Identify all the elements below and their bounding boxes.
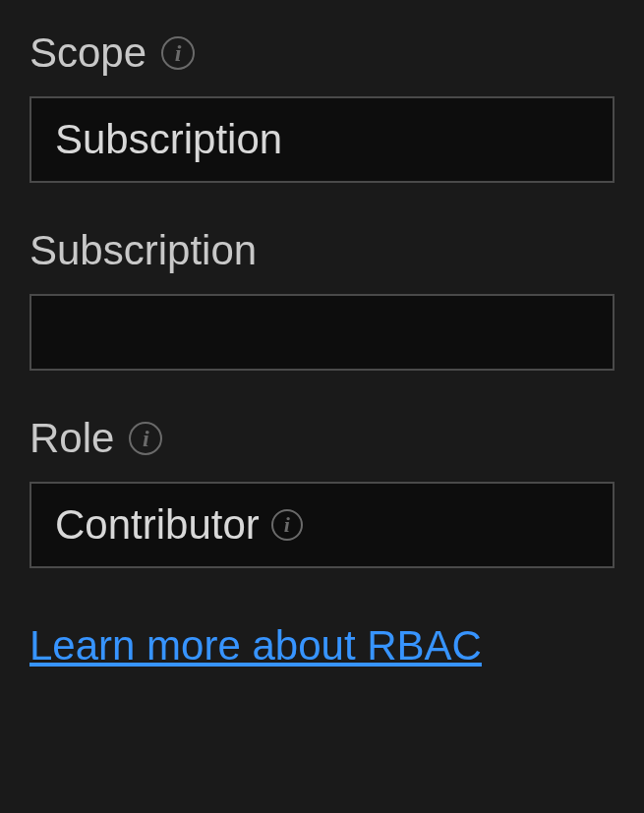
role-label-row: Role i xyxy=(29,415,615,462)
scope-dropdown[interactable]: Subscription xyxy=(29,96,615,183)
scope-label-row: Scope i xyxy=(29,29,615,77)
info-icon[interactable]: i xyxy=(129,422,162,455)
info-icon[interactable]: i xyxy=(161,36,195,70)
role-dropdown[interactable]: Contributor i xyxy=(29,482,615,568)
role-label: Role xyxy=(29,415,114,462)
subscription-field-group: Subscription xyxy=(29,227,615,371)
subscription-dropdown[interactable] xyxy=(29,294,615,371)
role-value: Contributor xyxy=(55,501,260,549)
scope-label: Scope xyxy=(29,29,146,77)
scope-field-group: Scope i Subscription xyxy=(29,29,615,183)
subscription-label-row: Subscription xyxy=(29,227,615,274)
subscription-label: Subscription xyxy=(29,227,257,274)
role-field-group: Role i Contributor i xyxy=(29,415,615,568)
info-icon[interactable]: i xyxy=(271,509,303,541)
scope-value: Subscription xyxy=(55,116,282,163)
learn-more-rbac-link[interactable]: Learn more about RBAC xyxy=(29,622,482,669)
